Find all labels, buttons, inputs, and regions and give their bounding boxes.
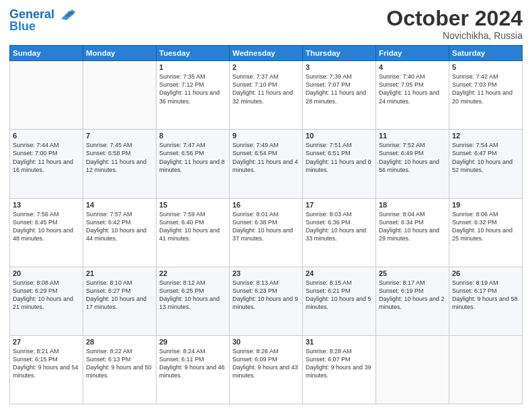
day-number: 23: [232, 269, 300, 277]
table-row: [83, 61, 157, 130]
table-row: 11Sunrise: 7:52 AM Sunset: 6:49 PM Dayli…: [376, 130, 449, 198]
table-row: 8Sunrise: 7:47 AM Sunset: 6:56 PM Daylig…: [157, 130, 230, 198]
day-content: Sunrise: 8:17 AM Sunset: 6:19 PM Dayligh…: [379, 279, 446, 312]
table-row: 20Sunrise: 8:08 AM Sunset: 6:29 PM Dayli…: [10, 267, 83, 335]
calendar-week-3: 13Sunrise: 7:56 AM Sunset: 6:45 PM Dayli…: [10, 198, 523, 267]
table-row: 15Sunrise: 7:59 AM Sunset: 6:40 PM Dayli…: [157, 198, 230, 267]
table-row: 5Sunrise: 7:42 AM Sunset: 7:03 PM Daylig…: [449, 61, 523, 130]
day-content: Sunrise: 7:47 AM Sunset: 6:56 PM Dayligh…: [159, 141, 226, 174]
table-row: 18Sunrise: 8:04 AM Sunset: 6:34 PM Dayli…: [376, 198, 449, 267]
day-number: 17: [306, 201, 373, 209]
day-number: 8: [159, 132, 226, 140]
col-saturday: Saturday: [449, 46, 523, 61]
day-content: Sunrise: 8:15 AM Sunset: 6:21 PM Dayligh…: [306, 279, 373, 312]
day-number: 2: [232, 63, 300, 71]
day-number: 21: [86, 269, 153, 277]
day-number: 18: [379, 201, 446, 209]
table-row: 7Sunrise: 7:45 AM Sunset: 6:58 PM Daylig…: [83, 130, 157, 198]
col-sunday: Sunday: [10, 46, 83, 61]
table-row: 13Sunrise: 7:56 AM Sunset: 6:45 PM Dayli…: [10, 198, 83, 267]
day-content: Sunrise: 7:59 AM Sunset: 6:40 PM Dayligh…: [159, 210, 226, 243]
table-row: [449, 335, 523, 404]
day-content: Sunrise: 8:10 AM Sunset: 6:27 PM Dayligh…: [86, 279, 153, 312]
table-row: 28Sunrise: 8:22 AM Sunset: 6:13 PM Dayli…: [83, 335, 157, 404]
day-content: Sunrise: 8:26 AM Sunset: 6:09 PM Dayligh…: [232, 347, 300, 380]
calendar-week-5: 27Sunrise: 8:21 AM Sunset: 6:15 PM Dayli…: [10, 335, 523, 404]
day-content: Sunrise: 8:21 AM Sunset: 6:15 PM Dayligh…: [13, 347, 80, 380]
day-number: 19: [452, 201, 519, 209]
table-row: 12Sunrise: 7:54 AM Sunset: 6:47 PM Dayli…: [449, 130, 523, 198]
location-subtitle: Novichikha, Russia: [386, 30, 523, 41]
day-content: Sunrise: 8:08 AM Sunset: 6:29 PM Dayligh…: [13, 279, 80, 312]
day-content: Sunrise: 7:40 AM Sunset: 7:05 PM Dayligh…: [379, 73, 446, 105]
day-content: Sunrise: 7:42 AM Sunset: 7:03 PM Dayligh…: [452, 73, 519, 105]
table-row: 29Sunrise: 8:24 AM Sunset: 6:11 PM Dayli…: [157, 335, 230, 404]
day-number: 7: [86, 132, 153, 140]
table-row: 2Sunrise: 7:37 AM Sunset: 7:10 PM Daylig…: [230, 61, 303, 130]
table-row: 19Sunrise: 8:06 AM Sunset: 6:32 PM Dayli…: [449, 198, 523, 267]
day-content: Sunrise: 7:51 AM Sunset: 6:51 PM Dayligh…: [306, 141, 373, 174]
day-number: 29: [159, 338, 226, 346]
calendar-week-2: 6Sunrise: 7:44 AM Sunset: 7:00 PM Daylig…: [10, 130, 523, 198]
table-row: 27Sunrise: 8:21 AM Sunset: 6:15 PM Dayli…: [10, 335, 83, 404]
day-number: 27: [13, 338, 80, 346]
day-number: 30: [232, 338, 300, 346]
day-number: 4: [379, 63, 446, 71]
day-number: 15: [159, 201, 226, 209]
calendar-week-1: 1Sunrise: 7:35 AM Sunset: 7:12 PM Daylig…: [10, 61, 523, 130]
calendar-week-4: 20Sunrise: 8:08 AM Sunset: 6:29 PM Dayli…: [10, 267, 523, 335]
day-content: Sunrise: 8:01 AM Sunset: 6:38 PM Dayligh…: [232, 210, 300, 243]
day-content: Sunrise: 7:44 AM Sunset: 7:00 PM Dayligh…: [13, 141, 80, 174]
day-number: 16: [232, 201, 300, 209]
table-row: 26Sunrise: 8:19 AM Sunset: 6:17 PM Dayli…: [449, 267, 523, 335]
table-row: 21Sunrise: 8:10 AM Sunset: 6:27 PM Dayli…: [83, 267, 157, 335]
table-row: 22Sunrise: 8:12 AM Sunset: 6:25 PM Dayli…: [157, 267, 230, 335]
day-content: Sunrise: 7:37 AM Sunset: 7:10 PM Dayligh…: [232, 73, 300, 105]
logo: General Blue: [9, 7, 76, 34]
table-row: 24Sunrise: 8:15 AM Sunset: 6:21 PM Dayli…: [303, 267, 376, 335]
day-number: 3: [306, 63, 373, 71]
calendar-header-row: Sunday Monday Tuesday Wednesday Thursday…: [10, 46, 523, 61]
table-row: 6Sunrise: 7:44 AM Sunset: 7:00 PM Daylig…: [10, 130, 83, 198]
logo-bird-icon: [56, 7, 76, 23]
table-row: 16Sunrise: 8:01 AM Sunset: 6:38 PM Dayli…: [230, 198, 303, 267]
logo-text2: Blue: [9, 20, 36, 34]
day-number: 26: [452, 269, 519, 277]
table-row: 10Sunrise: 7:51 AM Sunset: 6:51 PM Dayli…: [303, 130, 376, 198]
table-row: [376, 335, 449, 404]
table-row: 9Sunrise: 7:49 AM Sunset: 6:54 PM Daylig…: [230, 130, 303, 198]
day-number: 24: [306, 269, 373, 277]
day-number: 6: [13, 132, 80, 140]
day-content: Sunrise: 8:28 AM Sunset: 6:07 PM Dayligh…: [306, 347, 373, 380]
table-row: 23Sunrise: 8:13 AM Sunset: 6:23 PM Dayli…: [230, 267, 303, 335]
header: General Blue October 2024 Novichikha, Ru…: [9, 7, 523, 41]
day-number: 12: [452, 132, 519, 140]
day-number: 14: [86, 201, 153, 209]
day-content: Sunrise: 7:49 AM Sunset: 6:54 PM Dayligh…: [232, 141, 300, 174]
day-number: 11: [379, 132, 446, 140]
day-number: 9: [232, 132, 300, 140]
month-title: October 2024: [386, 7, 523, 30]
table-row: 25Sunrise: 8:17 AM Sunset: 6:19 PM Dayli…: [376, 267, 449, 335]
day-number: 31: [306, 338, 373, 346]
day-content: Sunrise: 7:54 AM Sunset: 6:47 PM Dayligh…: [452, 141, 519, 174]
day-content: Sunrise: 7:56 AM Sunset: 6:45 PM Dayligh…: [13, 210, 80, 243]
day-number: 28: [86, 338, 153, 346]
table-row: 30Sunrise: 8:26 AM Sunset: 6:09 PM Dayli…: [230, 335, 303, 404]
day-content: Sunrise: 8:12 AM Sunset: 6:25 PM Dayligh…: [159, 279, 226, 312]
col-friday: Friday: [376, 46, 449, 61]
table-row: 4Sunrise: 7:40 AM Sunset: 7:05 PM Daylig…: [376, 61, 449, 130]
table-row: 17Sunrise: 8:03 AM Sunset: 6:36 PM Dayli…: [303, 198, 376, 267]
day-number: 22: [159, 269, 226, 277]
col-monday: Monday: [83, 46, 157, 61]
day-number: 25: [379, 269, 446, 277]
day-content: Sunrise: 8:13 AM Sunset: 6:23 PM Dayligh…: [232, 279, 300, 312]
day-number: 13: [13, 201, 80, 209]
table-row: 14Sunrise: 7:57 AM Sunset: 6:42 PM Dayli…: [83, 198, 157, 267]
table-row: 31Sunrise: 8:28 AM Sunset: 6:07 PM Dayli…: [303, 335, 376, 404]
day-content: Sunrise: 8:22 AM Sunset: 6:13 PM Dayligh…: [86, 347, 153, 380]
day-content: Sunrise: 8:06 AM Sunset: 6:32 PM Dayligh…: [452, 210, 519, 243]
day-content: Sunrise: 8:24 AM Sunset: 6:11 PM Dayligh…: [159, 347, 226, 380]
day-content: Sunrise: 8:04 AM Sunset: 6:34 PM Dayligh…: [379, 210, 446, 243]
day-number: 5: [452, 63, 519, 71]
